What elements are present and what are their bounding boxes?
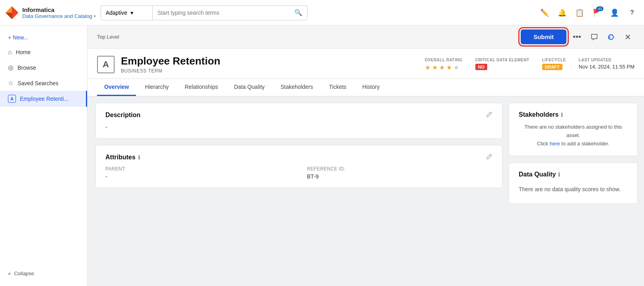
home-icon: ⌂ xyxy=(8,49,12,56)
pencil-nav-button[interactable]: ✏️ xyxy=(537,6,552,20)
search-type-label: Adaptive xyxy=(106,10,127,16)
overall-rating-label: OVERALL RATING xyxy=(425,58,463,62)
sidebar-item-home[interactable]: ⌂ Home xyxy=(0,45,87,60)
star-4: ★ xyxy=(446,64,452,71)
logo-area: Informatica Data Governance and Catalog … xyxy=(5,6,96,20)
critical-data-element-item: CRITICAL DATA ELEMENT NO xyxy=(475,58,529,70)
sidebar-item-employee-retenti[interactable]: A Employee Retenti... xyxy=(0,91,87,107)
tab-stakeholders[interactable]: Stakeholders xyxy=(273,79,320,96)
comment-icon xyxy=(590,33,598,41)
asset-type-icon: A xyxy=(97,56,115,73)
tab-hierarchy[interactable]: Hierarchy xyxy=(138,79,176,96)
bell-nav-button[interactable]: 🔔 xyxy=(555,6,569,20)
new-label: + New... xyxy=(8,34,28,41)
edit-icon xyxy=(486,111,492,118)
sidebar-browse-label: Browse xyxy=(18,65,36,71)
search-area: Adaptive ▾ 🔍 xyxy=(101,5,307,20)
right-panel: Stakeholders ℹ There are no stakeholders… xyxy=(509,96,644,286)
tab-tickets[interactable]: Tickets xyxy=(322,79,354,96)
main-layout: + New... ⌂ Home ◎ Browse ☆ Saved Searche… xyxy=(0,25,644,286)
attributes-edit-icon xyxy=(486,153,492,160)
reference-id-label: Reference ID: xyxy=(307,166,493,172)
tab-history[interactable]: History xyxy=(355,79,387,96)
star-2: ★ xyxy=(432,64,438,71)
refresh-button[interactable] xyxy=(604,30,618,44)
person-nav-button[interactable]: 👤 xyxy=(607,6,622,20)
sidebar-item-browse[interactable]: ◎ Browse xyxy=(0,60,87,75)
stakeholders-card-title: Stakeholders ℹ xyxy=(519,111,628,118)
sidebar-item-saved-searches[interactable]: ☆ Saved Searches xyxy=(0,75,87,91)
main-content: Top Level Submit ••• ✕ xyxy=(88,25,644,286)
attributes-edit-button[interactable] xyxy=(486,153,492,161)
breadcrumb: Top Level xyxy=(97,34,516,40)
sidebar-saved-searches-label: Saved Searches xyxy=(18,80,58,86)
lifecycle-label: LIFECYCLE xyxy=(542,58,566,62)
close-button[interactable]: ✕ xyxy=(621,30,634,44)
browse-icon: ◎ xyxy=(8,64,14,71)
product-chevron-icon[interactable]: ▾ xyxy=(94,14,96,18)
tab-relationships[interactable]: Relationships xyxy=(177,79,225,96)
parent-attribute: Parent: - xyxy=(105,166,291,180)
sidebar-collapse-button[interactable]: « Collapse xyxy=(0,266,87,281)
comment-button[interactable] xyxy=(588,30,601,44)
svg-marker-1 xyxy=(6,6,12,13)
flag-badge: 43 xyxy=(596,6,603,11)
description-edit-button[interactable] xyxy=(486,111,492,119)
critical-data-element-badge: NO xyxy=(475,64,488,70)
critical-data-element-value: NO xyxy=(475,64,529,70)
refresh-icon xyxy=(607,33,615,41)
search-icon: 🔍 xyxy=(294,9,302,16)
sidebar-employee-retenti-label: Employee Retenti... xyxy=(20,96,68,102)
last-updated-label: LAST UPDATED xyxy=(579,58,634,62)
data-quality-empty-message: There are no data quality scores to show… xyxy=(519,183,628,196)
sidebar-home-label: Home xyxy=(16,49,31,55)
topnav: Informatica Data Governance and Catalog … xyxy=(0,0,644,25)
svg-marker-3 xyxy=(6,13,12,19)
brand-name: Informatica xyxy=(22,6,96,13)
search-input[interactable] xyxy=(158,10,291,16)
description-card-title: Description xyxy=(105,111,492,119)
employee-retenti-icon: A xyxy=(8,95,16,103)
lifecycle-value: DRAFT xyxy=(542,64,566,70)
sidebar: + New... ⌂ Home ◎ Browse ☆ Saved Searche… xyxy=(0,25,88,286)
nav-actions: ✏️ 🔔 📋 🚩 43 👤 ? xyxy=(537,6,639,20)
description-card: Description - xyxy=(95,103,502,139)
overall-rating-stars: ★ ★ ★ ★ ★ xyxy=(425,64,463,71)
dropdown-chevron-icon: ▾ xyxy=(130,10,133,16)
data-quality-card-title: Data Quality ℹ xyxy=(519,171,628,178)
flag-nav-button[interactable]: 🚩 43 xyxy=(590,6,604,20)
lifecycle-badge: DRAFT xyxy=(542,64,562,70)
asset-info: Employee Retention BUSINESS TERM xyxy=(121,55,418,74)
stakeholders-empty-message: There are no stakeholders assigned to th… xyxy=(519,123,628,148)
data-quality-info-icon: ℹ xyxy=(558,172,560,178)
attributes-info-icon: ℹ xyxy=(138,155,140,161)
tab-overview[interactable]: Overview xyxy=(97,79,136,96)
asset-meta: OVERALL RATING ★ ★ ★ ★ ★ CRITICAL DATA E… xyxy=(425,58,634,71)
parent-value: - xyxy=(105,173,291,180)
attributes-row: Parent: - Reference ID: BT-9 xyxy=(105,166,492,180)
svg-marker-4 xyxy=(12,13,18,19)
stakeholders-card: Stakeholders ℹ There are no stakeholders… xyxy=(509,103,638,156)
collapse-label: Collapse xyxy=(14,270,34,276)
sidebar-item-new[interactable]: + New... xyxy=(0,30,87,45)
attributes-card: Attributes ℹ Parent: - xyxy=(95,145,502,188)
svg-marker-2 xyxy=(12,6,18,13)
star-5: ★ xyxy=(453,64,459,71)
product-name: Data Governance and Catalog ▾ xyxy=(22,13,96,19)
asset-title: Employee Retention xyxy=(121,55,418,67)
help-nav-button[interactable]: ? xyxy=(625,6,639,20)
star-1: ★ xyxy=(425,64,430,71)
asset-header: A Employee Retention BUSINESS TERM OVERA… xyxy=(88,49,644,79)
last-updated-item: LAST UPDATED Nov 14, 2024, 11:55 PM xyxy=(579,58,634,70)
stakeholders-add-link[interactable]: here xyxy=(550,141,560,147)
more-options-button[interactable]: ••• xyxy=(570,31,584,43)
saved-searches-icon: ☆ xyxy=(8,79,14,87)
parent-label: Parent: xyxy=(105,166,291,172)
submit-button[interactable]: Submit xyxy=(521,29,566,44)
copy-nav-button[interactable]: 📋 xyxy=(572,6,587,20)
description-empty: - xyxy=(105,124,492,130)
tabs: Overview Hierarchy Relationships Data Qu… xyxy=(88,79,644,96)
tab-data-quality[interactable]: Data Quality xyxy=(227,79,272,96)
search-type-dropdown[interactable]: Adaptive ▾ xyxy=(101,5,152,20)
logo-icon xyxy=(5,6,19,20)
